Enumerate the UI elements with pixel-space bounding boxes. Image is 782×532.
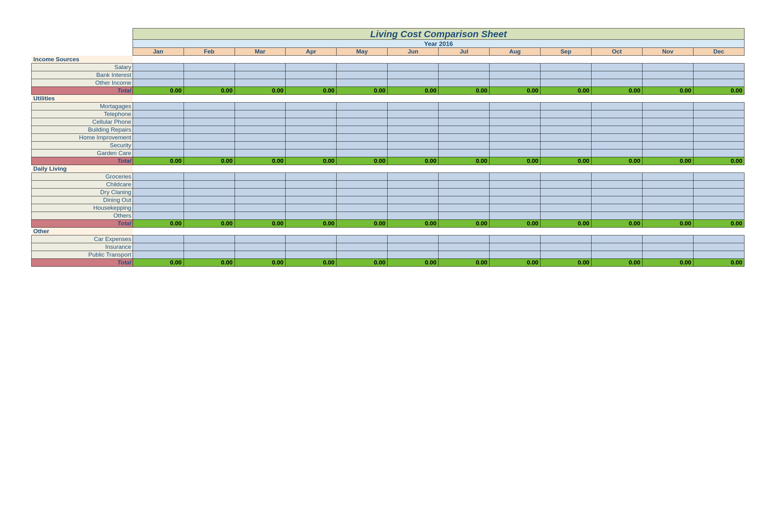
data-cell[interactable]	[693, 118, 744, 126]
data-cell[interactable]	[438, 188, 490, 196]
data-cell[interactable]	[133, 102, 184, 110]
data-cell[interactable]	[133, 110, 184, 118]
data-cell[interactable]	[540, 141, 592, 149]
data-cell[interactable]	[438, 149, 490, 157]
data-cell[interactable]	[388, 134, 438, 141]
data-cell[interactable]	[693, 110, 744, 118]
data-cell[interactable]	[388, 110, 438, 118]
data-cell[interactable]	[490, 110, 540, 118]
data-cell[interactable]	[184, 118, 235, 126]
data-cell[interactable]	[540, 251, 592, 259]
data-cell[interactable]	[642, 196, 694, 204]
data-cell[interactable]	[286, 149, 336, 157]
data-cell[interactable]	[438, 180, 490, 188]
data-cell[interactable]	[438, 79, 490, 86]
data-cell[interactable]	[336, 180, 388, 188]
data-cell[interactable]	[592, 126, 642, 134]
data-cell[interactable]	[235, 134, 286, 141]
data-cell[interactable]	[184, 141, 235, 149]
data-cell[interactable]	[184, 173, 235, 180]
data-cell[interactable]	[133, 212, 184, 220]
data-cell[interactable]	[336, 173, 388, 180]
data-cell[interactable]	[336, 235, 388, 243]
data-cell[interactable]	[438, 118, 490, 126]
data-cell[interactable]	[133, 204, 184, 212]
data-cell[interactable]	[490, 102, 540, 110]
data-cell[interactable]	[286, 71, 336, 79]
data-cell[interactable]	[592, 212, 642, 220]
data-cell[interactable]	[286, 141, 336, 149]
data-cell[interactable]	[490, 141, 540, 149]
data-cell[interactable]	[388, 79, 438, 86]
data-cell[interactable]	[235, 110, 286, 118]
data-cell[interactable]	[540, 79, 592, 86]
data-cell[interactable]	[438, 204, 490, 212]
data-cell[interactable]	[592, 118, 642, 126]
data-cell[interactable]	[235, 196, 286, 204]
data-cell[interactable]	[592, 63, 642, 71]
data-cell[interactable]	[642, 149, 694, 157]
data-cell[interactable]	[133, 118, 184, 126]
data-cell[interactable]	[540, 102, 592, 110]
data-cell[interactable]	[490, 71, 540, 79]
data-cell[interactable]	[336, 118, 388, 126]
data-cell[interactable]	[490, 235, 540, 243]
data-cell[interactable]	[592, 141, 642, 149]
data-cell[interactable]	[235, 63, 286, 71]
data-cell[interactable]	[540, 118, 592, 126]
data-cell[interactable]	[642, 188, 694, 196]
data-cell[interactable]	[184, 243, 235, 251]
data-cell[interactable]	[133, 149, 184, 157]
data-cell[interactable]	[133, 134, 184, 141]
data-cell[interactable]	[540, 71, 592, 79]
data-cell[interactable]	[235, 102, 286, 110]
data-cell[interactable]	[490, 134, 540, 141]
data-cell[interactable]	[592, 110, 642, 118]
data-cell[interactable]	[490, 243, 540, 251]
data-cell[interactable]	[693, 235, 744, 243]
data-cell[interactable]	[693, 173, 744, 180]
data-cell[interactable]	[642, 204, 694, 212]
data-cell[interactable]	[133, 188, 184, 196]
data-cell[interactable]	[642, 102, 694, 110]
data-cell[interactable]	[642, 71, 694, 79]
data-cell[interactable]	[184, 71, 235, 79]
data-cell[interactable]	[592, 134, 642, 141]
data-cell[interactable]	[693, 63, 744, 71]
data-cell[interactable]	[693, 141, 744, 149]
data-cell[interactable]	[540, 149, 592, 157]
data-cell[interactable]	[438, 173, 490, 180]
data-cell[interactable]	[388, 173, 438, 180]
data-cell[interactable]	[490, 251, 540, 259]
data-cell[interactable]	[286, 63, 336, 71]
data-cell[interactable]	[184, 235, 235, 243]
data-cell[interactable]	[184, 188, 235, 196]
data-cell[interactable]	[438, 71, 490, 79]
data-cell[interactable]	[438, 212, 490, 220]
data-cell[interactable]	[540, 134, 592, 141]
data-cell[interactable]	[592, 71, 642, 79]
data-cell[interactable]	[540, 173, 592, 180]
data-cell[interactable]	[642, 235, 694, 243]
data-cell[interactable]	[642, 251, 694, 259]
data-cell[interactable]	[693, 134, 744, 141]
data-cell[interactable]	[286, 251, 336, 259]
data-cell[interactable]	[540, 110, 592, 118]
data-cell[interactable]	[693, 126, 744, 134]
data-cell[interactable]	[540, 63, 592, 71]
data-cell[interactable]	[388, 212, 438, 220]
data-cell[interactable]	[235, 149, 286, 157]
data-cell[interactable]	[235, 212, 286, 220]
data-cell[interactable]	[592, 173, 642, 180]
data-cell[interactable]	[592, 204, 642, 212]
data-cell[interactable]	[490, 188, 540, 196]
data-cell[interactable]	[133, 63, 184, 71]
data-cell[interactable]	[133, 243, 184, 251]
data-cell[interactable]	[438, 251, 490, 259]
data-cell[interactable]	[540, 235, 592, 243]
data-cell[interactable]	[388, 204, 438, 212]
data-cell[interactable]	[693, 188, 744, 196]
data-cell[interactable]	[388, 180, 438, 188]
data-cell[interactable]	[286, 188, 336, 196]
data-cell[interactable]	[540, 243, 592, 251]
